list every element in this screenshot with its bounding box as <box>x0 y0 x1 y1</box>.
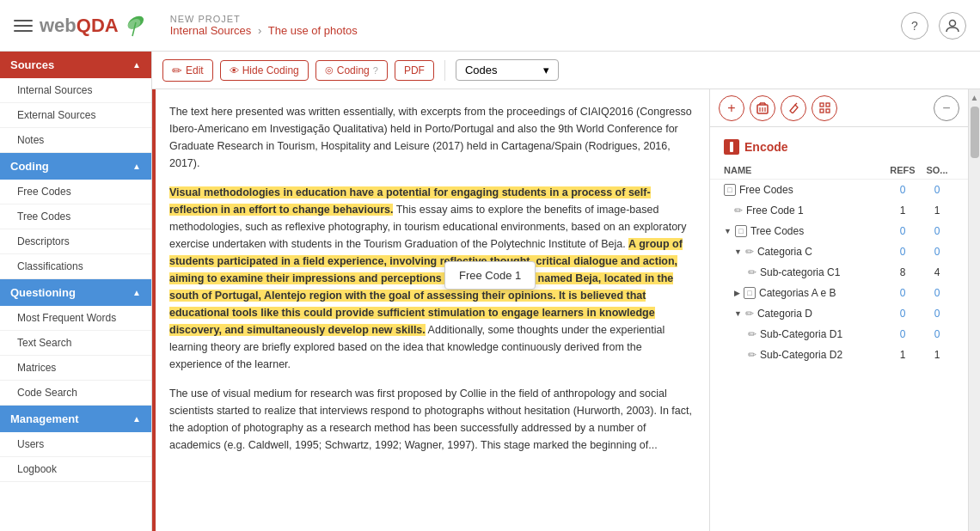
user-icon <box>946 19 959 33</box>
pdf-button[interactable]: PDF <box>395 60 434 81</box>
code-row-tree-codes[interactable]: ▼ □ Tree Codes 0 0 <box>710 221 968 241</box>
questioning-chevron: ▲ <box>132 288 141 297</box>
sidebar-item-notes[interactable]: Notes <box>0 128 151 153</box>
sidebar-item-classifications[interactable]: Classifications <box>0 254 151 279</box>
svg-point-3 <box>950 20 956 26</box>
sidebar-item-users[interactable]: Users <box>0 432 151 457</box>
hide-coding-icon: 👁 <box>230 65 239 76</box>
code-row-sub-cat-d1[interactable]: ✏ Sub-Categoria D1 0 0 <box>710 324 968 345</box>
sidebar-item-matrices[interactable]: Matrices <box>0 356 151 381</box>
cat-ab-expand[interactable]: ▶ <box>734 289 740 297</box>
project-name: NEW PROJET <box>170 14 358 24</box>
sub-cat-c1-name: ✏ Sub-categoria C1 <box>748 266 885 278</box>
sidebar-item-tree-codes[interactable]: Tree Codes <box>0 204 151 229</box>
tree-codes-expand[interactable]: ▼ <box>724 227 732 235</box>
center-container: ✏ Edit 👁 Hide Coding ◎ Coding ? PDF Code… <box>152 52 980 531</box>
coding-icon: ◎ <box>325 64 334 76</box>
sub-cat-d1-refs: 0 <box>885 328 920 340</box>
user-button[interactable] <box>939 12 966 40</box>
svg-rect-13 <box>826 103 830 107</box>
codes-body: Encode NAME REFS SO... □ Free Codes <box>710 127 968 531</box>
toolbar-separator <box>444 60 445 81</box>
sidebar-item-external-sources[interactable]: External Sources <box>0 103 151 128</box>
hamburger-menu[interactable] <box>14 16 33 35</box>
questioning-label: Questioning <box>10 286 76 299</box>
coding-help-icon: ? <box>373 65 378 76</box>
logo-leaf-icon <box>119 12 146 40</box>
management-label: Management <box>10 412 78 425</box>
sidebar-section-coding[interactable]: Coding ▲ <box>0 153 151 180</box>
code-row-cat-d[interactable]: ▼ ✏ Categoria D 0 0 <box>710 303 968 324</box>
delete-code-button[interactable] <box>750 95 775 121</box>
sub-cat-d2-refs: 1 <box>885 349 920 361</box>
edit-code-button[interactable] <box>781 95 806 121</box>
coding-label: Coding <box>10 160 49 173</box>
tree-codes-name: ▼ □ Tree Codes <box>724 225 885 237</box>
cat-c-expand[interactable]: ▼ <box>734 247 742 256</box>
sidebar-item-free-codes[interactable]: Free Codes <box>0 180 151 204</box>
delete-icon <box>756 102 769 114</box>
management-chevron: ▲ <box>132 414 141 424</box>
add-code-button[interactable]: + <box>719 95 744 121</box>
codes-table-header: NAME REFS SO... <box>710 162 968 180</box>
tree-codes-sources: 0 <box>920 225 954 237</box>
pencil-icon-subd2: ✏ <box>748 349 756 361</box>
right-scrollbar[interactable]: ▲ <box>968 89 980 531</box>
free-code-1-refs: 1 <box>885 204 920 217</box>
code-row-free-codes[interactable]: □ Free Codes 0 0 <box>710 180 968 200</box>
sub-cat-c1-sources: 4 <box>920 266 954 278</box>
sidebar-item-code-search[interactable]: Code Search <box>0 381 151 406</box>
sidebar-item-logbook[interactable]: Logbook <box>0 457 151 482</box>
hide-coding-button[interactable]: 👁 Hide Coding <box>220 60 309 81</box>
codes-dropdown[interactable]: Codes ▾ <box>456 59 559 81</box>
free-codes-sources: 0 <box>920 184 954 196</box>
sub-cat-c1-refs: 8 <box>885 266 920 278</box>
tooltip-text: Free Code 1 <box>459 269 521 282</box>
coding-button[interactable]: ◎ Coding ? <box>315 60 388 81</box>
help-button[interactable]: ? <box>901 12 928 40</box>
codes-toolbar-left: + <box>719 95 837 121</box>
scroll-up-btn[interactable]: ▲ <box>969 91 981 103</box>
coding-chevron: ▲ <box>132 162 141 171</box>
cat-ab-sources: 0 <box>920 287 954 299</box>
cat-d-name: ▼ ✏ Categoria D <box>734 308 885 320</box>
encode-header: Encode <box>710 136 968 162</box>
encode-icon <box>724 139 739 155</box>
scroll-thumb[interactable] <box>971 107 979 158</box>
col-name: NAME <box>724 165 885 175</box>
sidebar-section-questioning[interactable]: Questioning ▲ <box>0 279 151 306</box>
cat-d-expand[interactable]: ▼ <box>734 309 742 318</box>
sidebar-item-text-search[interactable]: Text Search <box>0 331 151 356</box>
code-row-cat-ab[interactable]: ▶ □ Categorias A e B 0 0 <box>710 283 968 303</box>
tree-codes-refs: 0 <box>885 225 920 237</box>
sub-cat-d1-name: ✏ Sub-Categoria D1 <box>748 328 885 340</box>
breadcrumb: Internal Sources › The use of photos <box>170 24 358 37</box>
content-area: The text here presented was written esse… <box>152 89 980 531</box>
sub-cat-d1-sources: 0 <box>920 328 954 340</box>
edit-button[interactable]: ✏ Edit <box>162 59 213 82</box>
pencil-icon-catc: ✏ <box>745 246 754 258</box>
sidebar-section-sources[interactable]: Sources ▲ <box>0 52 151 78</box>
code-row-sub-cat-c1[interactable]: ✏ Sub-categoria C1 8 4 <box>710 262 968 283</box>
sidebar: Sources ▲ Internal Sources External Sour… <box>0 52 152 531</box>
collapse-button[interactable]: − <box>934 95 959 121</box>
grid-view-button[interactable] <box>812 95 837 121</box>
breadcrumb-internal-sources[interactable]: Internal Sources <box>170 24 252 37</box>
code-row-categoria-c[interactable]: ▼ ✏ Categoria C 0 0 <box>710 241 968 262</box>
tooltip-box: Free Code 1 <box>444 261 536 290</box>
code-row-free-code-1[interactable]: ✏ Free Code 1 1 1 <box>710 200 968 221</box>
folder-icon: □ <box>724 184 736 196</box>
code-row-sub-cat-d2[interactable]: ✏ Sub-Categoria D2 1 1 <box>710 345 968 365</box>
sub-cat-d2-sources: 1 <box>920 349 954 361</box>
sidebar-item-most-frequent[interactable]: Most Frequent Words <box>0 306 151 331</box>
sidebar-section-management[interactable]: Management ▲ <box>0 406 151 432</box>
sidebar-item-internal-sources[interactable]: Internal Sources <box>0 78 151 103</box>
sidebar-item-descriptors[interactable]: Descriptors <box>0 229 151 254</box>
paragraph-2: Visual methodologies in education have a… <box>169 184 692 373</box>
chevron-down-icon: ▾ <box>543 64 549 76</box>
coding-label: Coding <box>337 64 370 76</box>
logo-qda: QDA <box>77 15 119 37</box>
sources-label: Sources <box>10 58 54 71</box>
header-icons: ? <box>901 12 966 40</box>
paragraph-1: The text here presented was written esse… <box>169 103 692 172</box>
